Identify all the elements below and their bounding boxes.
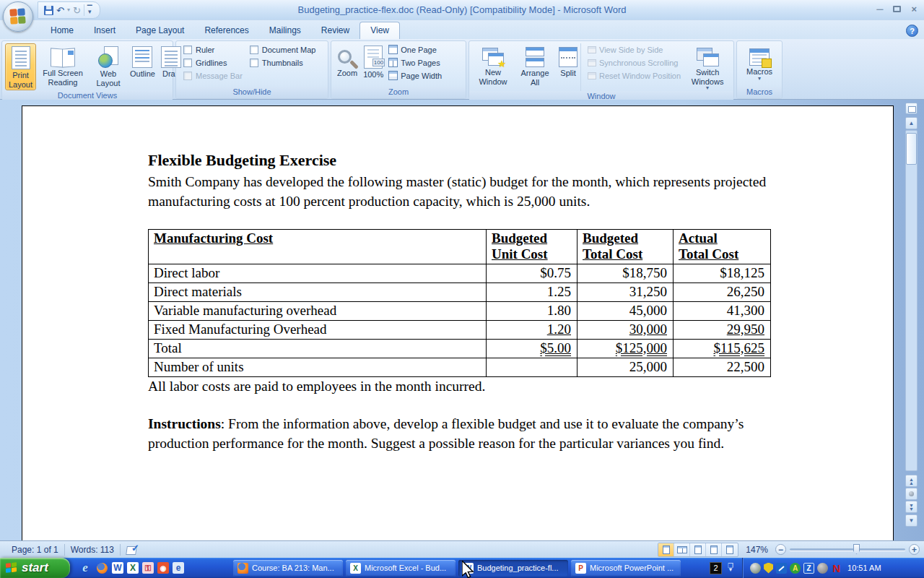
document-content: Flexible Budgeting Exercise Smith Compan… (22, 106, 893, 454)
tray-novell-icon[interactable]: N (831, 563, 842, 574)
synchronous-scrolling-button: Synchronous Scrolling (585, 58, 683, 68)
thumbnails-checkbox[interactable]: Thumbnails (250, 59, 316, 67)
reset-window-position-button: Reset Window Position (585, 71, 683, 81)
macros-icon (749, 48, 770, 66)
gridlines-checkbox[interactable]: Gridlines (183, 59, 243, 67)
two-pages-button[interactable]: Two Pages (386, 57, 444, 68)
tab-page-layout[interactable]: Page Layout (126, 22, 194, 39)
document-area: Flexible Budgeting Exercise Smith Compan… (0, 100, 924, 540)
hidden-icons-chevron[interactable]: ❐▾ (728, 564, 733, 571)
tray-z-app-icon[interactable]: Z (803, 563, 814, 574)
excel-icon[interactable]: X (127, 562, 139, 574)
table-row: Direct labor $0.75 $18,750 $18,125 (149, 264, 771, 282)
zoom-slider-track[interactable] (790, 548, 905, 551)
page-indicator[interactable]: Page: 1 of 1 (6, 545, 64, 555)
group-window: ★ New Window Arrange All Split View Side… (468, 40, 734, 99)
restore-button[interactable] (893, 6, 901, 12)
start-button[interactable]: start (0, 558, 70, 578)
scrollbar-track[interactable] (905, 130, 918, 471)
word-icon[interactable]: W (112, 562, 123, 574)
taskbar-button-excel[interactable]: X Microsoft Excel - Bud... (346, 560, 456, 577)
view-print-layout-button[interactable] (658, 543, 674, 556)
document-instructions: Instructions: From the information above… (148, 415, 783, 454)
tab-view[interactable]: View (359, 22, 400, 39)
minimize-button[interactable]: ─ (876, 4, 883, 14)
ruler-checkbox[interactable]: Ruler (183, 46, 243, 54)
taskbar-clock[interactable]: 10:51 AM (845, 564, 888, 572)
full-screen-reading-button[interactable]: Full Screen Reading (36, 43, 90, 90)
header-actual-total-cost: ActualTotal Cost (674, 229, 771, 264)
tray-updates-icon[interactable] (750, 563, 761, 574)
new-window-button[interactable]: ★ New Window (472, 43, 514, 91)
view-side-by-side-button: View Side by Side (585, 45, 683, 55)
office-button[interactable] (3, 1, 33, 32)
ribbon: Print Layout Full Screen Reading Web Lay… (0, 39, 924, 100)
tab-mailings[interactable]: Mailings (259, 22, 311, 39)
table-row: Variable manufacturing overhead 1.80 45,… (149, 301, 771, 320)
tray-key-icon[interactable] (776, 563, 787, 574)
close-button[interactable]: × (911, 4, 917, 14)
select-browse-object-icon[interactable] (905, 488, 918, 500)
outline-button[interactable]: Outline (127, 43, 158, 90)
document-map-checkbox[interactable]: Document Map (250, 46, 316, 54)
zoom-out-icon[interactable]: − (775, 544, 786, 555)
split-button[interactable]: Split (556, 43, 580, 91)
switch-windows-dropdown-icon: ▾ (706, 86, 709, 90)
outline-icon (132, 46, 152, 68)
status-separator (120, 544, 121, 556)
zoom-in-icon[interactable]: + (909, 544, 920, 555)
view-outline-button[interactable] (706, 543, 722, 556)
proofing-status-icon[interactable] (126, 545, 139, 555)
word-icon: W (463, 563, 474, 574)
thumbnails-checkbox-box (250, 59, 258, 67)
next-page-icon[interactable]: ▼▼ (905, 501, 918, 513)
tray-shield-icon[interactable] (764, 563, 773, 574)
excel-icon: X (350, 563, 361, 574)
view-web-layout-button[interactable] (690, 543, 706, 556)
row-label: Number of units (149, 358, 487, 376)
document-page[interactable]: Flexible Budgeting Exercise Smith Compan… (22, 105, 894, 540)
help-icon[interactable]: ? (906, 25, 918, 37)
ribbon-tab-row: Home Insert Page Layout References Maili… (0, 20, 924, 39)
window-controls: ─ × (876, 4, 917, 14)
page-width-button[interactable]: Page Width (386, 70, 444, 81)
taskbar-button-firefox[interactable]: Course: BA 213: Man... (233, 560, 343, 577)
scroll-up-icon[interactable]: ▲ (905, 117, 918, 129)
groupwise-icon[interactable]: ◉ (157, 562, 169, 574)
messenger-icon[interactable]: e (173, 562, 184, 574)
group-zoom: Zoom 100% One Page Two Pages Page Width … (331, 40, 466, 99)
taskbar-button-word-active[interactable]: W Budgeting_practice-fl... (458, 560, 568, 577)
previous-page-icon[interactable]: ▲▲ (905, 475, 918, 487)
tray-antivirus-icon[interactable]: A (790, 563, 801, 574)
one-page-button[interactable]: One Page (386, 44, 444, 55)
zoom-100-button[interactable]: 100% (360, 43, 386, 87)
ruler-toggle-icon[interactable] (905, 103, 918, 114)
word-count[interactable]: Words: 113 (65, 545, 120, 555)
print-layout-button[interactable]: Print Layout (5, 43, 36, 90)
tab-review[interactable]: Review (311, 22, 359, 39)
scroll-down-icon[interactable]: ▼ (905, 514, 918, 527)
firefox-icon[interactable] (95, 561, 108, 574)
macros-button[interactable]: Macros ▾ (744, 43, 775, 87)
key-app-icon[interactable]: ⚿ (142, 562, 154, 574)
view-draft-button[interactable] (722, 543, 738, 556)
switch-windows-button[interactable]: Switch Windows ▾ (684, 43, 731, 91)
tab-home[interactable]: Home (40, 22, 84, 39)
zoom-slider-thumb[interactable] (853, 544, 860, 554)
tray-volume-icon[interactable] (817, 563, 828, 574)
zoom-level[interactable]: 147% (743, 545, 771, 555)
web-layout-button[interactable]: Web Layout (90, 43, 127, 90)
scrollbar-thumb[interactable] (906, 133, 917, 165)
taskbar-button-powerpoint[interactable]: P Microsoft PowerPoint ... (571, 560, 681, 577)
tab-insert[interactable]: Insert (84, 22, 126, 39)
view-shortcuts (658, 543, 738, 557)
word-window: ↶ ▾ ↻ ▔▾ Budgeting_practice-flex.doc (Re… (0, 0, 924, 578)
arrange-all-button[interactable]: Arrange All (514, 43, 556, 91)
language-indicator[interactable]: 2 (710, 562, 722, 574)
tab-references[interactable]: References (194, 22, 258, 39)
zoom-button[interactable]: Zoom (334, 43, 360, 87)
full-screen-reading-icon (51, 48, 75, 67)
title-bar: ↶ ▾ ↻ ▔▾ Budgeting_practice-flex.doc (Re… (0, 0, 924, 20)
internet-explorer-icon[interactable]: e (79, 561, 92, 574)
view-full-screen-button[interactable] (674, 543, 690, 556)
